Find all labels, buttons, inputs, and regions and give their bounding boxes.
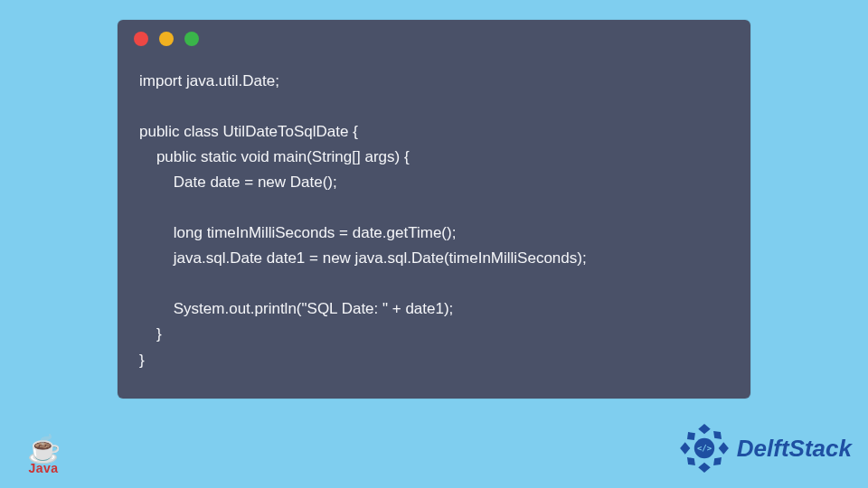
- svg-marker-2: [680, 442, 690, 454]
- svg-marker-7: [713, 457, 722, 465]
- delftstack-logo: </> DelftStack: [679, 423, 852, 474]
- window-titlebar: [118, 20, 750, 58]
- java-cup-icon: ☕: [18, 436, 69, 463]
- svg-marker-0: [698, 424, 710, 434]
- delftstack-emblem-icon: </>: [679, 423, 730, 474]
- traffic-light-minimize-icon[interactable]: [159, 32, 174, 46]
- java-logo: ☕ Java: [18, 436, 69, 475]
- java-logo-label: Java: [18, 461, 69, 475]
- delftstack-label: DelftStack: [737, 435, 852, 463]
- svg-marker-1: [698, 463, 710, 473]
- traffic-light-close-icon[interactable]: [134, 32, 148, 46]
- svg-marker-6: [687, 457, 695, 465]
- svg-marker-5: [713, 431, 722, 439]
- svg-marker-3: [719, 442, 729, 454]
- svg-marker-4: [687, 432, 695, 440]
- code-window: import java.util.Date; public class Util…: [118, 20, 750, 399]
- traffic-light-zoom-icon[interactable]: [184, 32, 199, 46]
- code-block: import java.util.Date; public class Util…: [118, 58, 750, 380]
- delftstack-tag-icon: </>: [697, 444, 712, 453]
